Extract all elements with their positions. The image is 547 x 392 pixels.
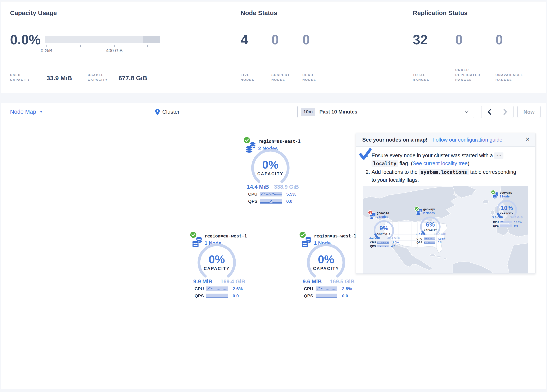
- axis-tick-label: 400 GiB: [102, 48, 127, 53]
- map-node-ams[interactable]: geo=ams 1 Node 10% CAPACITY 3.6 GiB 34.4…: [491, 190, 526, 229]
- cpu-label: CPU: [304, 286, 316, 291]
- breadcrumb-label: Cluster: [162, 109, 179, 115]
- qps-value: 0.0: [514, 224, 518, 227]
- capacity-percent: 10%: [495, 205, 519, 212]
- chevron-right-icon: [503, 109, 507, 115]
- dead-nodes-label: DEAD NODES: [302, 72, 316, 82]
- step-text: Add locations to the: [371, 169, 419, 175]
- cpu-label: CPU: [417, 237, 424, 240]
- used-capacity: 9.6 MiB: [303, 278, 322, 285]
- qps-label: QPS: [304, 293, 316, 298]
- healthy-check-icon: [491, 190, 495, 194]
- region-cluster-us-east-1[interactable]: region=us-east-1 2 Nodes 0% CAPACITY 14.…: [241, 136, 308, 207]
- suspect-nodes-label: SUSPECT NODES: [271, 72, 290, 82]
- region-cluster-us-west-1[interactable]: region=us-west-1 1 Node 0% CAPACITY 9.6 …: [297, 230, 364, 301]
- capacity-label: CAPACITY: [419, 229, 442, 231]
- cpu-sparkline: [316, 287, 337, 291]
- config-step-1: Ensure every node in your cluster was st…: [371, 151, 518, 167]
- popup-title: See your nodes on a map!: [362, 137, 427, 143]
- map-node-nyc[interactable]: geo=nyc 2 Nodes 6% CAPACITY 3.7 GiB 65.7…: [414, 206, 449, 245]
- capacity-percent: 0%: [196, 253, 238, 266]
- code-token: locality: [371, 160, 398, 167]
- replication-status-title: Replication Status: [413, 9, 468, 17]
- warning-count: 1: [370, 211, 371, 214]
- warning-count-icon: 1: [368, 210, 373, 215]
- under-replicated-count: 0: [455, 32, 463, 48]
- step-text: ): [468, 160, 469, 166]
- capacity-percent: 0%: [305, 253, 347, 266]
- code-token: system.locations: [419, 169, 469, 175]
- total-ranges-count: 32: [413, 32, 428, 48]
- capacity-label: CAPACITY: [372, 233, 396, 235]
- qps-label: QPS: [195, 293, 206, 298]
- axis-tick: [147, 45, 148, 47]
- geo-nodes-link: 1 Node: [500, 195, 510, 198]
- cpu-label: CPU: [248, 192, 260, 197]
- used-capacity-value: 33.9 MiB: [47, 75, 72, 82]
- capacity-percent: 0%: [249, 158, 291, 171]
- chevron-left-icon: [487, 109, 492, 115]
- axis-tick: [114, 45, 115, 47]
- capacity-usage-percent: 0.0%: [10, 32, 41, 48]
- map-node-sfo[interactable]: 1 geo=sfo 2 Nodes: [368, 210, 403, 249]
- qps-value: 0.0: [342, 293, 348, 298]
- locality-tree-link[interactable]: See current locality tree: [413, 160, 468, 166]
- configuration-guide-link[interactable]: Follow our configuration guide: [432, 137, 502, 143]
- healthy-check-icon: [299, 231, 306, 239]
- unavailable-ranges-label: UNAVAILABLE RANGES: [495, 72, 523, 82]
- region-cluster-eu-west-1[interactable]: region=eu-west-1 1 Node 0% CAPACITY 9.9 …: [187, 230, 254, 301]
- qps-label: QPS: [370, 245, 377, 248]
- world-map-preview: 1 geo=sfo 2 Nodes: [363, 186, 528, 274]
- node-status-title: Node Status: [241, 9, 277, 17]
- capacity-percent: 9%: [372, 225, 396, 232]
- qps-label: QPS: [248, 199, 260, 204]
- healthy-check-icon: [414, 206, 419, 211]
- geo-nodes-link: 2 Nodes: [423, 211, 435, 215]
- popup-header: See your nodes on a map! Follow our conf…: [356, 133, 535, 147]
- cpu-value: 2.8%: [342, 286, 352, 291]
- code-token: --: [494, 152, 503, 159]
- capacity-gauge: 0% CAPACITY: [249, 148, 291, 186]
- time-range-value: Past 10 Minutes: [319, 109, 357, 115]
- cpu-value: 42.5%: [438, 237, 445, 240]
- next-time-button[interactable]: [497, 106, 513, 118]
- breadcrumb[interactable]: Cluster: [155, 103, 179, 121]
- total-capacity: 34.4 GiB: [510, 215, 523, 219]
- usable-capacity-value: 677.8 GiB: [118, 75, 147, 82]
- qps-sparkline: [316, 294, 337, 298]
- prev-time-button[interactable]: [481, 106, 497, 118]
- close-icon[interactable]: ✕: [525, 136, 530, 143]
- capacity-label: CAPACITY: [196, 266, 238, 271]
- capacity-gauge: 0% CAPACITY: [305, 243, 347, 280]
- cpu-sparkline: [424, 237, 435, 240]
- geo-locality-label: geo=ams: [500, 191, 512, 194]
- qps-value: 0.0: [438, 241, 441, 244]
- config-step-2: Add locations to the system.locations ta…: [371, 168, 518, 184]
- map-toolbar: Node Map ▼ Cluster 10m Past 10 Minutes: [1, 103, 546, 121]
- time-range-select[interactable]: 10m Past 10 Minutes: [297, 106, 474, 118]
- suspect-nodes-count: 0: [271, 32, 279, 48]
- cpu-value: 2.6%: [233, 286, 243, 291]
- total-capacity: 65.7 GiB: [434, 232, 446, 236]
- used-capacity: 3.2 GiB: [369, 236, 380, 239]
- live-nodes-count: 4: [241, 32, 248, 48]
- capacity-label: CAPACITY: [249, 172, 291, 176]
- node-map-canvas: region=us-east-1 2 Nodes 0% CAPACITY 14.…: [1, 121, 546, 389]
- axis-tick: [47, 45, 47, 47]
- used-capacity-label: USED CAPACITY: [10, 72, 30, 82]
- chevron-down-icon: ▼: [40, 110, 43, 114]
- capacity-label: CAPACITY: [305, 266, 347, 271]
- capacity-percent: 6%: [419, 221, 442, 228]
- qps-value: 4.7: [391, 245, 395, 248]
- total-capacity: 35.1 GiB: [387, 236, 400, 239]
- region-locality-label: region=us-east-1: [258, 139, 301, 144]
- toolbar-divider: [289, 104, 289, 119]
- total-ranges-label: TOTAL RANGES: [413, 72, 429, 82]
- used-capacity: 3.6 GiB: [492, 215, 503, 219]
- qps-sparkline: [500, 225, 512, 227]
- cpu-label: CPU: [493, 220, 500, 224]
- cpu-sparkline: [500, 221, 512, 223]
- view-selector-dropdown[interactable]: Node Map ▼: [10, 103, 43, 121]
- qps-label: QPS: [417, 241, 424, 244]
- now-button[interactable]: Now: [518, 106, 540, 118]
